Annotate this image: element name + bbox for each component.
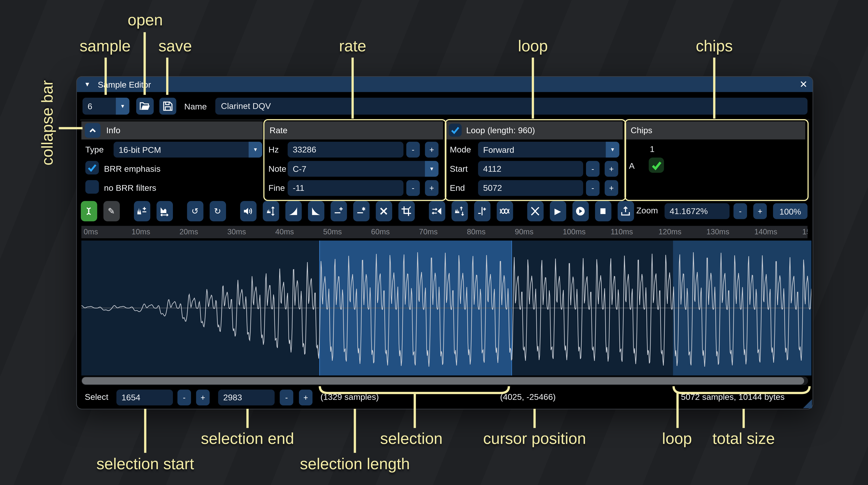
fine-plus-button[interactable]: + [425, 180, 438, 196]
ruler-tick: 60ms [371, 228, 390, 236]
ruler-tick: 130ms [706, 228, 729, 236]
toolbar-resample-button[interactable] [156, 201, 173, 221]
toolbar-stop-preview-button[interactable] [595, 201, 611, 221]
check-icon [450, 125, 461, 135]
zoom-reset-button[interactable]: 100% [773, 203, 808, 219]
toolbar-invert-button[interactable] [451, 201, 467, 221]
selection-end-input[interactable]: 2983 [218, 390, 275, 406]
annotation-stem-selection [413, 393, 415, 428]
toolbar-fade-in-button[interactable] [285, 201, 301, 221]
toolbar-fade-out-button[interactable] [308, 201, 324, 221]
loop-mode-value: Forward [483, 145, 514, 154]
window-collapse-icon[interactable]: ▼ [84, 80, 90, 88]
sample-editor-window: ▼ Sample Editor ✕ 6 ▼ [76, 76, 813, 409]
sample-type-value: 16-bit PCM [119, 145, 161, 154]
hz-label: Hz [268, 144, 279, 154]
selection-start-input[interactable]: 1654 [117, 390, 173, 406]
chips-panel: Chips 1 A [625, 122, 805, 197]
toolbar-upload-to-chip-button[interactable] [617, 201, 633, 221]
toolbar-redo-button[interactable]: ↻ [209, 201, 226, 221]
loop-end-plus-button[interactable]: + [604, 180, 618, 196]
loop-start-minus-button[interactable]: - [586, 161, 600, 177]
close-icon[interactable]: ✕ [799, 78, 807, 90]
loop-panel-title: Loop (length: 960) [466, 125, 535, 135]
select-label: Select [85, 392, 108, 401]
ruler-tick: 100ms [563, 228, 586, 236]
annotation-line-rate [351, 58, 354, 119]
note-dropdown[interactable]: C-7 ▼ [288, 161, 438, 177]
loop-mode-dropdown[interactable]: Forward ▼ [478, 142, 619, 158]
annotation-brace-loop [673, 386, 811, 395]
brr-emphasis-checkbox[interactable] [85, 161, 99, 174]
toolbar-select-mode-button[interactable] [81, 201, 97, 221]
ruler-tick: 40ms [275, 228, 294, 236]
ruler-tick: 120ms [658, 228, 681, 236]
floppy-save-icon [163, 101, 173, 111]
toolbar-insert-silence-button[interactable] [330, 201, 347, 221]
ruler-tick: 110ms [611, 228, 633, 236]
scrollbar-thumb[interactable] [82, 377, 804, 384]
toolbar-reverse-button[interactable] [429, 201, 445, 221]
annotation-total-size: total size [712, 430, 775, 448]
toolbar-amplify-button[interactable] [240, 201, 256, 221]
resize-grip[interactable] [803, 399, 812, 408]
annotation-loop: loop [518, 37, 548, 55]
loop-enable-checkbox[interactable] [449, 124, 462, 137]
sample-type-dropdown[interactable]: 16-bit PCM ▼ [114, 142, 262, 158]
selection-end-minus-button[interactable]: - [280, 390, 293, 406]
selection-start-plus-button[interactable]: + [196, 390, 210, 406]
waveform-scrollbar[interactable] [82, 377, 808, 385]
sample-name-value: Clarinet DQV [221, 101, 271, 111]
loop-start-label: Start [450, 164, 468, 173]
selection-start-value: 1654 [122, 392, 141, 402]
selection-end-value: 2983 [223, 392, 242, 402]
sample-name-input[interactable]: Clarinet DQV [215, 98, 807, 115]
ruler-tick: 140ms [754, 228, 777, 236]
selection-end-plus-button[interactable]: + [299, 390, 312, 406]
waveform-trace [82, 240, 812, 376]
sample-index-dropdown[interactable]: 6 ▼ [83, 98, 129, 115]
fine-input[interactable]: -11 [288, 180, 403, 196]
selection-start-minus-button[interactable]: - [178, 390, 191, 406]
annotation-selection-start: selection start [96, 455, 194, 473]
rate-panel-header: Rate [265, 122, 443, 139]
toolbar-apply-filter-button[interactable] [496, 201, 513, 221]
annotation-collapse-bar: collapse bar [38, 80, 56, 165]
no-brr-filters-checkbox[interactable] [85, 180, 99, 194]
toolbar-apply-silence-button[interactable] [353, 201, 369, 221]
hz-input[interactable]: 33286 [288, 142, 403, 158]
toolbar-preview-from-cursor-button[interactable] [572, 201, 589, 221]
collapse-bar-button[interactable] [85, 123, 100, 138]
zoom-in-button[interactable]: + [753, 203, 767, 219]
name-label: Name [184, 102, 207, 111]
zoom-out-button[interactable]: - [734, 203, 747, 219]
loop-start-plus-button[interactable]: + [604, 161, 618, 177]
toolbar-draw-mode-button[interactable]: ✎ [103, 201, 119, 221]
toolbar-normalize-button[interactable] [262, 201, 279, 221]
waveform-view[interactable] [82, 240, 812, 376]
open-sample-button[interactable] [136, 98, 154, 115]
toolbar-crossfade-loop-button[interactable] [527, 201, 543, 221]
loop-end-input[interactable]: 5072 [478, 180, 583, 196]
toolbar-preview-button[interactable]: ▶ [550, 201, 566, 221]
no-brr-filters-label: no BRR filters [104, 183, 156, 193]
loop-start-input[interactable]: 4112 [478, 161, 583, 177]
annotation-line-selection-end [246, 409, 249, 428]
toolbar-undo-button[interactable]: ↺ [187, 201, 203, 221]
loop-end-minus-button[interactable]: - [586, 180, 600, 196]
toolbar-resize-button[interactable] [134, 201, 150, 221]
toolbar-signed-unsigned-button[interactable] [474, 201, 490, 221]
annotation-line-total-size [743, 409, 745, 428]
hz-plus-button[interactable]: + [425, 142, 438, 158]
window-titlebar[interactable]: ▼ Sample Editor ✕ [77, 77, 813, 92]
annotation-rate: rate [339, 37, 366, 55]
zoom-input[interactable]: 41.1672% [664, 203, 730, 219]
fine-minus-button[interactable]: - [406, 180, 420, 196]
annotation-line-sample [104, 58, 107, 95]
chip-enable-checkbox[interactable] [649, 158, 664, 173]
toolbar-trim-button[interactable] [398, 201, 414, 221]
hz-minus-button[interactable]: - [406, 142, 420, 158]
save-sample-button[interactable] [159, 98, 176, 115]
ruler-tick: 50ms [323, 228, 342, 236]
toolbar-delete-button[interactable] [375, 201, 392, 221]
